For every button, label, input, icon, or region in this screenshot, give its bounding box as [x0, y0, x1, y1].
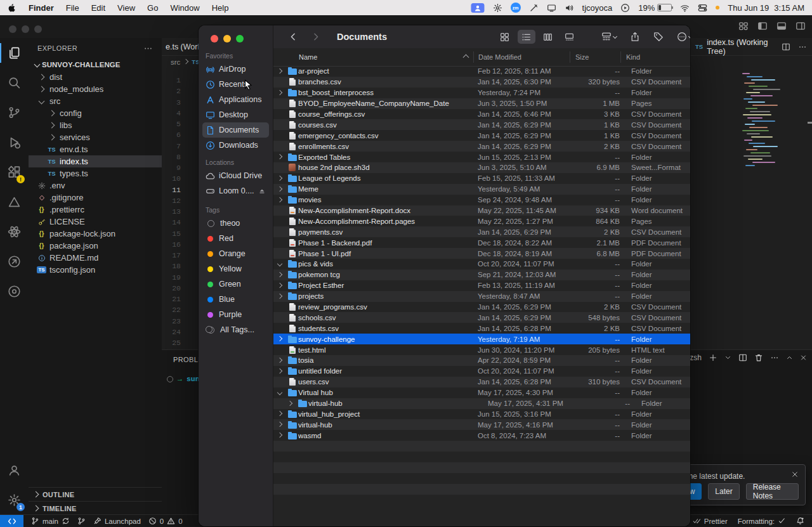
back-button[interactable] — [289, 32, 298, 41]
finder-traffic-lights[interactable] — [211, 35, 244, 42]
file-row-bst-boost-interprocess[interactable]: bst_boost_interprocessYesterday, 7:24 PM… — [273, 88, 690, 98]
explorer-more-icon[interactable] — [143, 44, 153, 53]
sidebar-tag-theoo[interactable]: theoo — [202, 216, 269, 231]
activity-git-icon[interactable] — [0, 98, 29, 127]
split-terminal-icon[interactable] — [738, 353, 747, 362]
play-circle-icon[interactable] — [620, 3, 630, 13]
activity-debug-icon[interactable] — [0, 127, 29, 157]
eject-icon[interactable] — [258, 187, 266, 195]
tree-item-types-ts[interactable]: TStypes.ts — [29, 167, 162, 179]
column-kind[interactable]: Kind — [620, 51, 690, 63]
column-date-modified[interactable]: Date Modified — [473, 51, 570, 63]
screen-share-icon[interactable] — [471, 3, 485, 13]
menu-go[interactable]: Go — [147, 3, 158, 13]
outline-section[interactable]: OUTLINE — [29, 487, 162, 501]
timeline-section[interactable]: TIMELINE — [29, 501, 162, 515]
disclosure-right-icon[interactable] — [273, 284, 286, 287]
sidebar-tag-purple[interactable]: Purple — [202, 307, 269, 322]
tree-item-dist[interactable]: dist — [29, 71, 162, 83]
disclosure-right-icon[interactable] — [273, 91, 286, 94]
file-row-tosia[interactable]: tosiaApr 22, 2024, 8:59 PM--Folder — [273, 355, 690, 366]
disclosure-right-icon[interactable] — [273, 359, 286, 362]
file-row-emergency-contacts-csv[interactable]: emergency_contacts.csvJan 14, 2025, 6:29… — [273, 130, 690, 141]
view-columns-button[interactable] — [539, 30, 557, 44]
file-row-virtual-hub-project[interactable]: virtual_hub_projectJun 15, 2025, 3:16 PM… — [273, 409, 690, 420]
zoom-app-icon[interactable]: zm — [511, 3, 521, 13]
menubar-username[interactable]: tjcoyoca — [582, 3, 613, 13]
close-panel-icon[interactable] — [800, 353, 807, 362]
sidebar-item-documents[interactable]: Documents — [202, 122, 269, 138]
notifications-bell-icon[interactable] — [796, 517, 804, 525]
forward-button[interactable] — [311, 32, 320, 41]
disclosure-right-icon[interactable] — [273, 370, 286, 373]
tree-item-node-modules[interactable]: node_modules — [29, 83, 162, 95]
tree-item-env-d-ts[interactable]: TSenv.d.ts — [29, 143, 162, 155]
activity-triangle-icon[interactable] — [0, 187, 29, 217]
file-row-league-of-legends[interactable]: League of LegendsFeb 15, 2025, 11:33 AM-… — [273, 173, 690, 184]
menubar-date[interactable]: Thu Jun 19 — [728, 3, 769, 13]
disclosure-right-icon[interactable] — [273, 155, 286, 159]
tree-item-index-ts[interactable]: TSindex.ts — [29, 155, 162, 167]
menu-help[interactable]: Help — [212, 3, 229, 13]
view-grid-button[interactable] — [496, 30, 514, 44]
file-row-exported-tables[interactable]: Exported TablesJun 15, 2025, 2:13 PM--Fo… — [273, 152, 690, 162]
file-row-new-accomplishment-report-docx[interactable]: New-Accomplishment-Report.docxMay 22, 20… — [273, 205, 690, 216]
terminal-dropdown-icon[interactable] — [724, 353, 731, 362]
launchpad-status[interactable]: Launchpad — [93, 517, 141, 525]
tree-item--prettierrc[interactable]: {}.prettierrc — [29, 204, 162, 216]
menu-file[interactable]: File — [66, 3, 79, 13]
toggle-panel-icon[interactable] — [776, 21, 787, 31]
file-row-users-csv[interactable]: users.csvJan 14, 2025, 6:28 PM310 bytesC… — [273, 377, 690, 387]
sidebar-item-downloads[interactable]: Downloads — [202, 138, 269, 153]
problems-status[interactable]: 0 0 — [148, 517, 183, 525]
file-row-virtual-hub[interactable]: virtual-hubMay 17, 2025, 4:16 PM--Folder — [273, 419, 690, 430]
sidebar-item-recents[interactable]: Recents — [202, 77, 269, 92]
sidebar-tag-yellow[interactable]: Yellow — [202, 261, 269, 277]
disclosure-right-icon[interactable] — [273, 434, 286, 437]
file-row-phase-1-backend-pdf[interactable]: Phase 1 - Backend.pdfDec 18, 2024, 8:22 … — [273, 237, 690, 248]
sidebar-item-desktop[interactable]: Desktop — [202, 107, 269, 122]
sidebar-tag-all-tags-[interactable]: All Tags... — [202, 322, 269, 337]
tree-item-libs[interactable]: libs — [29, 119, 162, 131]
share-button[interactable] — [630, 32, 640, 42]
file-row-untitled-folder[interactable]: untitled folderOct 20, 2024, 11:07 PM--F… — [273, 366, 690, 377]
more-actions-button[interactable] — [677, 32, 690, 42]
menubar-time[interactable]: 3:15 AM — [774, 3, 804, 13]
sidebar-tag-red[interactable]: Red — [202, 231, 269, 246]
sidebar-item-icloud-drive[interactable]: iCloud Drive — [202, 168, 269, 183]
file-row-schools-csv[interactable]: schools.csvJan 14, 2025, 6:29 PM548 byte… — [273, 312, 690, 323]
disclosure-right-icon[interactable] — [284, 402, 296, 405]
menu-view[interactable]: View — [117, 3, 135, 13]
volume-icon[interactable] — [565, 3, 574, 13]
view-gallery-button[interactable] — [561, 30, 579, 44]
control-center-icon[interactable] — [698, 3, 707, 13]
file-row-pics-vids[interactable]: pics & vidsOct 20, 2024, 11:07 PM--Folde… — [273, 259, 690, 270]
git-branch-status[interactable]: main — [31, 517, 70, 525]
kill-terminal-icon[interactable] — [754, 353, 763, 362]
file-row-ar-project[interactable]: ar-projectFeb 12, 2025, 8:11 AM--Folder — [273, 66, 690, 77]
tab-index-ts-working-tree[interactable]: TS index.ts (Working Tree) — [690, 38, 812, 55]
battery-indicator[interactable]: 19% — [638, 3, 672, 13]
column-size[interactable]: Size — [570, 51, 620, 63]
release-notes-button[interactable]: Release Notes — [746, 483, 799, 500]
manage-gear-icon[interactable]: 1 — [0, 485, 29, 515]
disclosure-right-icon[interactable] — [273, 188, 286, 191]
file-row-courses-csv[interactable]: courses.csvJan 14, 2025, 6:29 PM1 KBCSV … — [273, 119, 690, 130]
activity-files-icon[interactable] — [0, 38, 29, 68]
file-row-branches-csv[interactable]: branches.csvJan 14, 2025, 6:30 PM320 byt… — [273, 77, 690, 88]
tree-item--gitignore[interactable]: .gitignore — [29, 192, 162, 204]
wifi-icon[interactable] — [680, 3, 690, 13]
menu-edit[interactable]: Edit — [91, 3, 105, 13]
remote-indicator[interactable] — [0, 515, 23, 527]
apple-menu-icon[interactable] — [8, 3, 16, 13]
activity-circle-dot-icon[interactable] — [0, 277, 29, 306]
menu-finder[interactable]: Finder — [29, 3, 54, 13]
file-row-sunvoy-challenge[interactable]: sunvoy-challengeYesterday, 7:19 AM--Fold… — [273, 334, 690, 344]
editor-scroll-indicator[interactable] — [808, 122, 812, 124]
prettier-status[interactable]: Prettier — [693, 517, 728, 525]
tree-item-package-lock-json[interactable]: {}package-lock.json — [29, 228, 162, 240]
display-icon[interactable] — [547, 3, 556, 13]
sidebar-tag-orange[interactable]: Orange — [202, 246, 269, 261]
disclosure-right-icon[interactable] — [273, 337, 286, 341]
tree-item-src[interactable]: src — [29, 95, 162, 107]
